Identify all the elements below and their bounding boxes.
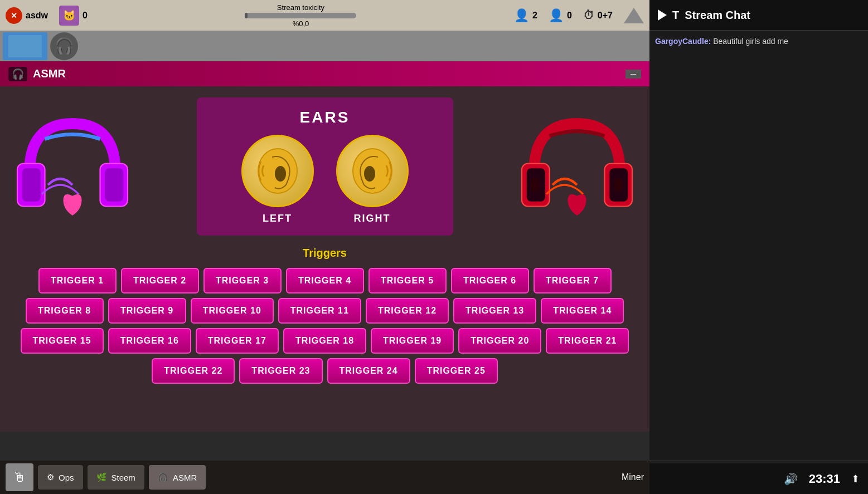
global-bottom-bar: 🖱 ⚙ Ops 🌿 Steem 🎧 ASMR Miner	[0, 461, 649, 494]
trigger-btn-3[interactable]: TRIGGER 3	[203, 268, 282, 294]
trigger-btn-10[interactable]: TRIGGER 10	[191, 298, 274, 324]
minimize-button[interactable]: —	[625, 70, 641, 79]
steem-icon: 🌿	[96, 472, 107, 482]
trigger-btn-18[interactable]: TRIGGER 18	[283, 328, 366, 354]
triggers-row-2: TRIGGER 8 TRIGGER 9 TRIGGER 10 TRIGGER 1…	[26, 298, 624, 324]
active-users-count: 2	[532, 11, 537, 21]
trigger-btn-8[interactable]: TRIGGER 8	[26, 298, 104, 324]
svg-point-7	[364, 166, 375, 182]
trigger-btn-1[interactable]: TRIGGER 1	[38, 268, 117, 294]
steem-label: Steem	[111, 473, 135, 482]
scroll-up-icon[interactable]	[624, 8, 644, 23]
chat-header: T Stream Chat	[649, 0, 868, 31]
thumb-2[interactable]: 🎧	[50, 32, 78, 60]
cat-count: 0	[83, 11, 88, 21]
trigger-btn-17[interactable]: TRIGGER 17	[196, 328, 279, 354]
username-label: asdw	[26, 11, 48, 21]
chat-message-text-1: Beautiful girls add me	[713, 37, 788, 46]
trigger-btn-21[interactable]: TRIGGER 21	[546, 328, 629, 354]
asmr-tab-label: ASMR	[173, 473, 197, 482]
expand-icon[interactable]: ⬆	[851, 473, 860, 485]
trigger-btn-24[interactable]: TRIGGER 24	[327, 358, 410, 384]
trigger-btn-25[interactable]: TRIGGER 25	[415, 358, 498, 384]
tab-asmr[interactable]: 🎧 ASMR	[149, 465, 206, 490]
trigger-btn-15[interactable]: TRIGGER 15	[21, 328, 104, 354]
tab-ops[interactable]: ⚙ Ops	[38, 465, 83, 490]
trigger-btn-14[interactable]: TRIGGER 14	[541, 298, 624, 324]
toxicity-bar	[245, 13, 356, 18]
ops-label: Ops	[59, 473, 74, 482]
cat-section: 🐱 0	[59, 6, 88, 26]
cat-icon: 🐱	[59, 6, 79, 26]
ears-title: EARS	[300, 109, 350, 126]
chat-username-1: GargoyCaudle:	[655, 37, 713, 46]
trigger-btn-11[interactable]: TRIGGER 11	[278, 298, 361, 324]
trigger-btn-5[interactable]: TRIGGER 5	[368, 268, 447, 294]
svg-point-5	[275, 166, 286, 182]
triggers-row-4: TRIGGER 22 TRIGGER 23 TRIGGER 24 TRIGGER…	[152, 358, 498, 384]
trigger-btn-16[interactable]: TRIGGER 16	[108, 328, 191, 354]
svg-rect-3	[105, 168, 123, 201]
triggers-row-1: TRIGGER 1 TRIGGER 2 TRIGGER 3 TRIGGER 4 …	[38, 268, 612, 294]
active-users-section: 👤 2	[514, 8, 537, 23]
app-title: ASMR	[33, 67, 620, 80]
trigger-btn-13[interactable]: TRIGGER 13	[453, 298, 536, 324]
chat-title: Stream Chat	[685, 9, 750, 22]
trigger-btn-22[interactable]: TRIGGER 22	[152, 358, 235, 384]
active-users-icon: 👤	[514, 8, 529, 23]
right-ear-circle	[336, 135, 409, 207]
right-ear-button[interactable]: RIGHT	[336, 135, 409, 224]
asmr-header-icon: 🎧	[8, 67, 27, 81]
trigger-btn-4[interactable]: TRIGGER 4	[286, 268, 364, 294]
timer-value: 0+7	[598, 11, 613, 21]
top-bar: ✕ asdw 🐱 0 Stream toxicity %0,0 👤 2 👤 0 …	[0, 0, 649, 31]
video-thumb-area: 🎧	[0, 31, 649, 61]
trigger-btn-9[interactable]: TRIGGER 9	[108, 298, 186, 324]
volume-icon[interactable]: 🔊	[784, 472, 798, 486]
toxicity-label: Stream toxicity	[277, 3, 324, 12]
play-icon	[658, 9, 667, 21]
user-icon: ✕	[6, 7, 22, 24]
stream-chat-panel: T Stream Chat GargoyCaudle: Beautiful gi…	[649, 0, 868, 494]
left-ear-circle	[241, 135, 314, 207]
chat-t-icon: T	[672, 9, 679, 22]
ops-icon: ⚙	[47, 472, 54, 482]
toxicity-percent: %0,0	[293, 19, 309, 28]
app-header-bar: 🎧 ASMR —	[0, 61, 649, 86]
ears-row: LEFT RIG	[241, 135, 409, 224]
thumb-1[interactable]	[3, 32, 47, 60]
miner-label: Miner	[622, 472, 644, 482]
clock-time: 23:31	[809, 472, 840, 486]
toxicity-section: Stream toxicity %0,0	[99, 3, 503, 28]
asmr-tab-icon: 🎧	[158, 472, 168, 482]
mascots-row: EARS	[11, 97, 638, 236]
gray-users-icon: 👤	[549, 8, 564, 23]
gray-users-count: 0	[567, 11, 572, 21]
left-ear-button[interactable]: LEFT	[241, 135, 314, 224]
chat-message-1: GargoyCaudle: Beautiful girls add me	[655, 36, 862, 47]
timer-section: ⏱ 0+7	[583, 9, 613, 22]
app-icon-left: 🖱	[6, 463, 33, 491]
triggers-grid: TRIGGER 1 TRIGGER 2 TRIGGER 3 TRIGGER 4 …	[18, 268, 632, 384]
trigger-btn-20[interactable]: TRIGGER 20	[458, 328, 541, 354]
triggers-section: Triggers TRIGGER 1 TRIGGER 2 TRIGGER 3 T…	[18, 247, 632, 384]
tab-steem[interactable]: 🌿 Steem	[88, 465, 144, 490]
trigger-btn-7[interactable]: TRIGGER 7	[534, 268, 612, 294]
main-content: EARS	[0, 86, 649, 432]
gray-users-section: 👤 0	[549, 8, 572, 23]
right-bottom-bar: 🔊 23:31 ⬆	[649, 463, 868, 494]
svg-point-13	[614, 178, 624, 192]
left-ear-label: LEFT	[263, 213, 292, 224]
left-mascot	[11, 100, 134, 233]
trigger-btn-6[interactable]: TRIGGER 6	[451, 268, 529, 294]
trigger-btn-2[interactable]: TRIGGER 2	[121, 268, 199, 294]
trigger-btn-12[interactable]: TRIGGER 12	[366, 298, 449, 324]
right-mascot	[516, 100, 638, 233]
ears-panel: EARS	[197, 97, 453, 236]
triggers-row-3: TRIGGER 15 TRIGGER 16 TRIGGER 17 TRIGGER…	[21, 328, 629, 354]
chat-messages-area: GargoyCaudle: Beautiful girls add me	[649, 31, 868, 461]
toxicity-fill	[245, 13, 248, 18]
triggers-title: Triggers	[18, 247, 632, 260]
trigger-btn-23[interactable]: TRIGGER 23	[239, 358, 322, 384]
trigger-btn-19[interactable]: TRIGGER 19	[371, 328, 454, 354]
